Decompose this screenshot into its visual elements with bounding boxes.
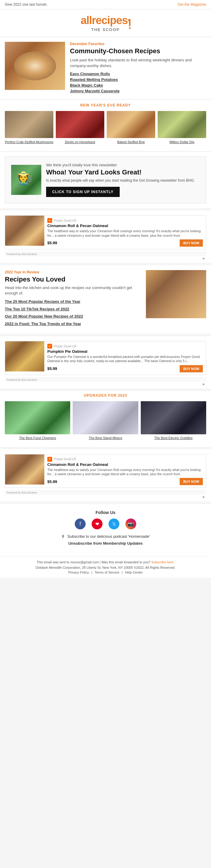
upgrade-label-mixers: The Best Stand Mixers [73,436,138,440]
ad3-title: Cinnamon Roll & Pecan Oatmeal [47,462,203,467]
promo-content: We think you'll totally love this newsle… [46,163,200,197]
ad3-powered: Powered by BZLiveIntent [5,490,206,495]
ad2-desc: Our Pumpkin Pie Oatmeal is a wonderful b… [47,354,203,363]
ad1-brand-logo: P [47,218,52,223]
nye-img-crab [5,111,53,138]
nye-item-brie[interactable]: Baked Stuffed Brie [107,111,155,144]
ad1-badge: ▶ [5,256,206,260]
nye-item-million[interactable]: Million Dollar Dip [158,111,206,144]
tagline: THE SCOOP [5,27,206,32]
ad2-title: Pumpkin Pie Oatmeal [47,349,203,354]
footer-divider-2: | [122,570,123,574]
mic-icon: 🎙 [61,534,65,539]
promo-title: Whoa! Your Yard Looks Great! [46,168,200,176]
podcast-line: 🎙 Subscribe to our delicious podcast 'Ho… [6,534,205,539]
ad2-brand-row: P Proper Good US [47,344,203,349]
header: allrecipes! THE SCOOP [0,9,211,37]
upgrade-label-griddles: The Best Electric Griddles [141,436,206,440]
ad2-brand-name: Proper Good US [54,345,76,348]
ad-unit-3-container: P Proper Good US Cinnamon Roll & Pecan O… [0,450,211,502]
facebook-icon[interactable]: f [75,519,86,529]
podcast-text: Subscribe to our delicious podcast 'Home… [67,534,150,539]
link-trends[interactable]: 2022 in Food: The Top Trends of the Year [5,321,141,327]
upgrade-img-choppers [5,401,70,434]
nye-label-million: Million Dollar Dip [158,140,206,144]
logo: allrecipes! [5,14,206,27]
link-tiktok[interactable]: The Top 10 TikTok Recipes of 2022 [5,307,141,312]
ad1-image [5,216,44,246]
nye-item-devils[interactable]: Devils on Horseback [56,111,104,144]
ad3-brand-row: P Proper Good US [47,457,203,462]
ad-unit-2-container: P Proper Good US Pumpkin Pie Oatmeal Our… [0,336,211,389]
ad1-powered: Powered by BZLiveIntent [5,252,206,256]
footer-subscribe-link[interactable]: Subscribe here. [151,560,175,564]
nye-label-brie: Baked Stuffed Brie [107,140,155,144]
ad2-buy-button[interactable]: BUY NOW [180,365,203,372]
dec-favorites-label: December Favorites [70,42,206,46]
unsubscribe-line[interactable]: Unsubscribe from Membership Updates [6,541,205,546]
upgrades-label: UPGRADES FOR 2023 [5,394,206,398]
footer-divider-1: | [91,570,92,574]
nye-item-crab[interactable]: Perfect Crab-Stuffed Mushrooms [5,111,53,144]
ad1-content: P Proper Good US Cinnamon Roll & Pecan O… [44,216,206,249]
ad1-buy-button[interactable]: BUY NOW [180,239,203,247]
ad-unit-2: P Proper Good US Pumpkin Pie Oatmeal Our… [5,341,206,375]
nye-grid: Perfect Crab-Stuffed Mushrooms Devils on… [5,111,206,144]
dec-favorites-section: December Favorites Community-Chosen Reci… [0,37,211,99]
ad3-powered-text: Powered by BZLiveIntent [7,491,37,494]
footer-terms-link[interactable]: Terms of Service [95,570,120,574]
year-review-desc: Head into the kitchen and cook up the re… [5,285,141,296]
ad3-image [5,455,44,485]
pinterest-icon[interactable]: ❤ [91,519,103,529]
link-cinnamon-rolls[interactable]: Easy Cinnamon Rolls [70,71,206,76]
unsubscribe-text[interactable]: Unsubscribe from Membership Updates [69,541,142,546]
top-bar-left: Give 2022 one last hurrah. [5,2,47,7]
ad3-desc: The healthiest way to satisfy your Cinna… [47,468,203,476]
promo-signup-button[interactable]: CLICK TO SIGN UP INSTANTLY [46,187,120,197]
link-20-popular[interactable]: Our 20 Most Popular New Recipes of 2022 [5,314,141,319]
ad3-buy-button[interactable]: BUY NOW [180,478,203,485]
upgrade-img-griddles [141,401,206,434]
footer-help-link[interactable]: Help Center [125,570,143,574]
nye-img-devils [56,111,104,138]
ad2-image [5,341,44,371]
upgrade-item-griddles[interactable]: The Best Electric Griddles [141,401,206,440]
upgrade-label-choppers: The Best Food Choppers [5,436,70,440]
nye-img-million [158,111,206,138]
year-review-label: 2022 Year in Review [5,270,141,274]
ad3-price: $5.99 [47,479,57,484]
ad1-title: Cinnamon Roll & Pecan Oatmeal [47,223,203,228]
twitter-icon[interactable]: 𝕏 [108,519,120,529]
promo-subtitle: We think you'll totally love this newsle… [46,163,200,167]
get-magazine-link[interactable]: Get the Magazine [178,2,206,7]
ad1-price: $5.99 [47,241,57,245]
upgrades-section: UPGRADES FOR 2023 The Best Food Choppers… [0,391,211,447]
ad2-badge: ▶ [5,382,206,386]
casserole-image [146,270,206,318]
link-25-popular[interactable]: The 25 Most Popular Recipes of the Year [5,299,141,304]
ad2-brand-logo: P [47,344,52,349]
link-marzetti[interactable]: Johnny Marzetti Casserole [70,89,206,93]
promo-image-inner [11,165,41,195]
year-review-image [146,270,206,318]
instagram-icon[interactable]: 📷 [125,519,136,529]
year-review-title: Recipes You Loved [5,276,141,283]
ad3-footer: $5.99 BUY NOW [47,478,203,485]
top-bar: Give 2022 one last hurrah. Get the Magaz… [0,0,211,9]
upgrade-item-choppers[interactable]: The Best Food Choppers [5,401,70,440]
link-black-magic-cake[interactable]: Black Magic Cake [70,83,206,88]
ad2-content: P Proper Good US Pumpkin Pie Oatmeal Our… [44,341,206,375]
footer-privacy-link[interactable]: Privacy Policy [69,570,89,574]
ad3-brand-name: Proper Good US [54,458,76,461]
nye-label-devils: Devils on Horseback [56,140,104,144]
upgrade-item-mixers[interactable]: The Best Stand Mixers [73,401,138,440]
follow-title: Follow Us [6,510,205,515]
upgrade-img-mixers [73,401,138,434]
upgrades-grid: The Best Food Choppers The Best Stand Mi… [5,401,206,440]
link-roasted-potatoes[interactable]: Roasted Melting Potatoes [70,77,206,82]
year-review-links: The 25 Most Popular Recipes of the Year … [5,299,141,327]
ad3-content: P Proper Good US Cinnamon Roll & Pecan O… [44,455,206,488]
ad-unit-1: P Proper Good US Cinnamon Roll & Pecan O… [5,215,206,249]
social-icons: f ❤ 𝕏 📷 [6,519,205,529]
ad1-brand-row: P Proper Good US [47,218,203,223]
